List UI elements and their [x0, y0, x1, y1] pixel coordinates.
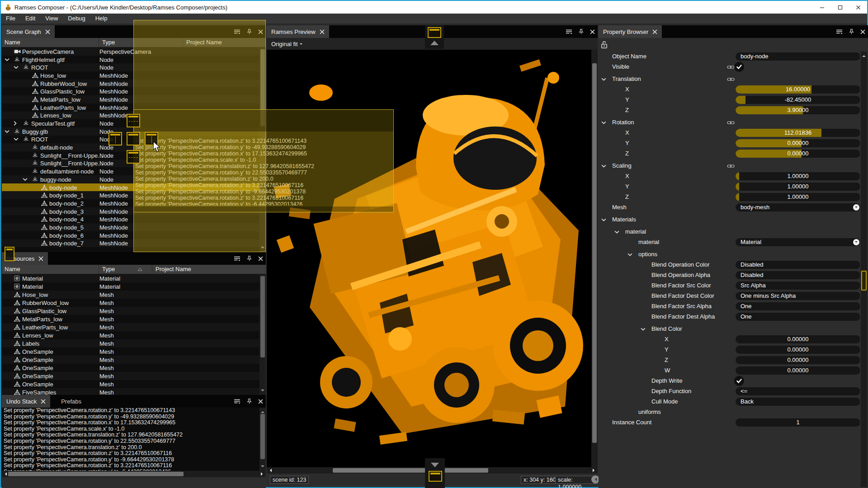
tab-scene-graph[interactable]: Scene Graph [2, 25, 55, 38]
tab-close-icon[interactable] [41, 399, 46, 404]
chevron-down-icon[interactable] [5, 130, 9, 133]
dock-indicator-center[interactable] [127, 132, 140, 145]
dropdown-arrow-icon[interactable] [853, 204, 859, 211]
chevron-down-icon[interactable] [614, 230, 619, 234]
resource-row-GlassPlastic_low[interactable]: GlassPlastic_lowMesh [2, 307, 259, 315]
menu-edit[interactable]: Edit [20, 14, 40, 23]
undo-vscrollbar[interactable] [259, 408, 266, 471]
panel-menu-icon[interactable] [234, 256, 241, 262]
undo-log-line[interactable]: Set property 'PerspectiveCamera.rotation… [2, 457, 259, 463]
dropdown-arrow-icon[interactable] [853, 239, 859, 245]
dock-indicator-preview-bottom[interactable] [429, 471, 442, 482]
text-input[interactable]: body-node [736, 52, 860, 61]
chevron-down-icon[interactable] [23, 178, 28, 181]
tab-close-icon[interactable] [45, 29, 50, 34]
menu-file[interactable]: File [1, 14, 20, 23]
lock-icon[interactable] [601, 41, 608, 49]
value-field[interactable]: 3.90000 [736, 106, 860, 114]
enum-field[interactable]: One [736, 313, 860, 321]
close-button[interactable] [849, 1, 867, 14]
resource-row-LeatherParts_low[interactable]: LeatherParts_lowMesh [2, 323, 259, 331]
value-field[interactable]: 1.00000 [736, 183, 860, 191]
value-field[interactable]: 0.00000 [736, 139, 860, 147]
undo-log-line[interactable]: Set property 'PerspectiveCamera.rotation… [2, 414, 259, 420]
dock-indicator-bottom[interactable] [127, 150, 140, 164]
minimize-button[interactable] [813, 1, 831, 14]
value-field[interactable]: 1.00000 [736, 193, 860, 201]
dock-indicator-top[interactable] [127, 114, 140, 127]
undo-log-line[interactable]: Set property 'PerspectiveCamera.rotation… [2, 408, 259, 414]
value-field[interactable]: 1 [736, 418, 860, 427]
panel-pin-icon[interactable] [247, 255, 252, 262]
menu-view[interactable]: View [40, 14, 63, 23]
resource-row-Hose_low[interactable]: Hose_lowMesh [2, 291, 259, 299]
undo-log-line[interactable]: Set property 'PerspectiveCamera.rotation… [2, 450, 259, 457]
enum-field[interactable]: One [736, 302, 860, 310]
chevron-right-icon[interactable] [14, 121, 17, 126]
link-icon[interactable] [727, 65, 735, 70]
chevron-down-icon[interactable] [5, 58, 9, 61]
column-header-name[interactable]: Name [5, 266, 20, 272]
dock-indicator-left-edge[interactable] [5, 247, 14, 261]
chevron-down-icon[interactable] [14, 138, 19, 141]
resource-row-OneSample[interactable]: OneSampleMesh [2, 380, 259, 388]
value-field[interactable]: 0.00000 [736, 346, 860, 354]
scroll-right-arrow[interactable] [593, 469, 596, 472]
panel-pin-icon[interactable] [849, 28, 854, 35]
scroll-down-arrow[interactable] [261, 465, 264, 469]
value-field[interactable]: 0.00000 [736, 150, 860, 158]
undo-log-line[interactable]: Set property 'PerspectiveCamera.translat… [2, 445, 259, 451]
link-icon[interactable] [727, 164, 735, 169]
link-icon[interactable] [727, 77, 735, 82]
chevron-down-icon[interactable] [601, 164, 606, 168]
tab-ramses-preview[interactable]: Ramses Preview [267, 25, 329, 38]
dropdown[interactable]: Material [736, 238, 860, 246]
menu-help[interactable]: Help [90, 14, 113, 23]
scroll-left-arrow[interactable] [268, 469, 272, 472]
panel-close-icon[interactable] [860, 29, 865, 34]
resource-row-RubberWood_low[interactable]: RubberWood_lowMesh [2, 299, 259, 307]
enum-field[interactable]: One minus Src Alpha [736, 292, 860, 300]
zoom-mode-dropdown[interactable]: Original fit [271, 41, 302, 47]
value-field[interactable]: 112.01836 [736, 129, 860, 137]
checkbox[interactable] [734, 62, 744, 72]
undo-log-line[interactable]: Set property 'PerspectiveCamera.rotation… [2, 438, 259, 445]
chevron-down-icon[interactable] [601, 121, 606, 124]
column-header-type[interactable]: Type [102, 266, 115, 272]
column-header-type[interactable]: Type [102, 39, 115, 46]
enum-field[interactable]: <= [736, 387, 860, 395]
sort-indicator-icon[interactable] [137, 267, 142, 271]
resource-row-OneSample[interactable]: OneSampleMesh [2, 347, 259, 356]
scroll-up-arrow[interactable] [261, 409, 264, 413]
tab-prefabs[interactable]: Prefabs [57, 395, 86, 408]
scroll-up-arrow[interactable] [862, 53, 866, 57]
tab-close-icon[interactable] [652, 29, 657, 34]
maximize-button[interactable] [831, 1, 849, 14]
resource-row-OneSample[interactable]: OneSampleMesh [2, 364, 259, 372]
undo-log-line[interactable]: Set property 'PerspectiveCamera.rotation… [2, 420, 259, 426]
enum-field[interactable]: Back [736, 398, 860, 406]
checkbox[interactable] [734, 376, 744, 386]
value-field[interactable]: 0.00000 [736, 366, 860, 375]
panel-menu-icon[interactable] [836, 29, 843, 35]
chevron-down-icon[interactable] [601, 218, 606, 221]
menu-debug[interactable]: Debug [63, 14, 90, 23]
dropdown[interactable]: body-mesh [736, 203, 860, 211]
enum-field[interactable]: Disabled [736, 271, 860, 279]
value-field[interactable]: 0.00000 [736, 356, 860, 364]
enum-field[interactable]: Disabled [736, 261, 860, 269]
resource-row-OneSample[interactable]: OneSampleMesh [2, 356, 259, 364]
resource-row-Lenses_low[interactable]: Lenses_lowMesh [2, 331, 259, 339]
tab-close-icon[interactable] [320, 29, 325, 34]
resource-row-Material[interactable]: MaterialMaterial [2, 274, 259, 282]
panel-close-icon[interactable] [590, 29, 595, 34]
panel-menu-icon[interactable] [566, 29, 572, 35]
resource-row-FiveSamples[interactable]: FiveSamplesMesh [2, 388, 259, 395]
dock-indicator-left[interactable] [108, 132, 122, 145]
chevron-down-icon[interactable] [641, 328, 646, 331]
chevron-down-icon[interactable] [14, 66, 19, 69]
resource-row-Labels[interactable]: LabelsMesh [2, 339, 259, 347]
link-icon[interactable] [727, 120, 735, 125]
tab-undo-stack[interactable]: Undo Stack [2, 395, 50, 408]
chevron-down-icon[interactable] [627, 253, 632, 256]
